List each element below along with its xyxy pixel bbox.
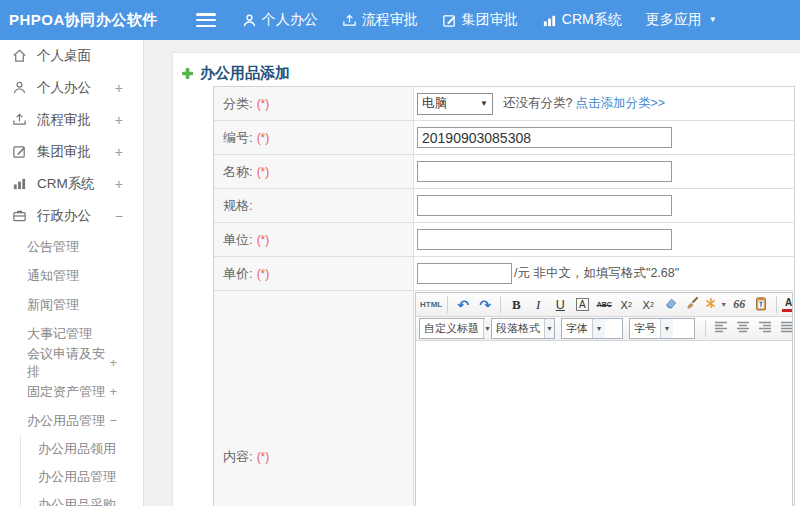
sidebar-item-supplies-claim[interactable]: 办公用品领用 — [21, 435, 143, 463]
sidebar-item-label: 流程审批 — [37, 111, 91, 129]
spec-input[interactable] — [417, 195, 672, 216]
main-panel: 办公用品添加 分类: (*) 电脑 ▼ 还没有分类? 点击添加分类>> 编号: … — [172, 52, 800, 506]
sidebar-item-meeting-request[interactable]: 会议申请及安排 + — [0, 348, 143, 377]
user-icon — [12, 80, 28, 96]
sidebar-item-workflow-approval[interactable]: 流程审批 + — [0, 104, 143, 136]
field-label-cell: 单价: (*) — [214, 257, 414, 290]
expander-minus[interactable]: − — [109, 413, 117, 428]
sidebar-item-news-mgmt[interactable]: 新闻管理 — [0, 290, 143, 319]
sidebar-item-label: 通知管理 — [27, 267, 79, 285]
toolbar-separator — [500, 296, 501, 313]
bar-chart-icon — [542, 13, 557, 28]
page-title: 办公用品添加 — [181, 64, 800, 83]
name-input[interactable] — [417, 161, 672, 182]
select-arrow-icon: ▼ — [480, 99, 492, 108]
expander-plus[interactable]: + — [109, 355, 117, 370]
plus-icon — [181, 67, 194, 80]
supplies-add-form: 分类: (*) 电脑 ▼ 还没有分类? 点击添加分类>> 编号: (*) — [213, 86, 795, 506]
topnav-personal-office[interactable]: 个人办公 — [242, 11, 318, 29]
font-family-dropdown[interactable]: 字体▼ — [561, 318, 623, 339]
unit-input[interactable] — [417, 229, 672, 250]
align-right-button[interactable] — [755, 319, 775, 339]
paste-plain-icon — [754, 296, 768, 314]
expander-plus[interactable]: + — [115, 112, 123, 128]
sidebar-item-office-supplies-mgmt[interactable]: 办公用品管理 − — [0, 406, 143, 435]
html-source-button[interactable]: HTML — [420, 295, 442, 315]
topnav-crm-system[interactable]: CRM系统 — [542, 11, 622, 29]
form-row-code: 编号: (*) — [214, 121, 794, 155]
italic-button[interactable]: I — [528, 295, 548, 315]
form-row-content: 内容: (*) HTML ↶ ↷ B I U A — [214, 291, 794, 506]
edit-icon — [442, 13, 457, 28]
sidebar-item-announcement-mgmt[interactable]: 公告管理 — [0, 232, 143, 261]
topnav-more-apps[interactable]: 更多应用 ▼ — [646, 11, 717, 29]
admin-office-submenu: 公告管理 通知管理 新闻管理 大事记管理 会议申请及安排 + 固定资产管理 + … — [0, 232, 143, 506]
sidebar-item-supplies-purchase[interactable]: 办公用品采购 — [21, 491, 143, 506]
font-size-dropdown[interactable]: 字号▼ — [629, 318, 695, 339]
form-row-name: 名称: (*) — [214, 155, 794, 189]
field-value-cell — [414, 189, 794, 222]
align-left-button[interactable] — [711, 319, 731, 339]
paragraph-format-dropdown[interactable]: 段落格式▼ — [491, 318, 555, 339]
format-brush-icon — [685, 296, 700, 313]
dropdown-label: 字体 — [562, 319, 592, 338]
expander-plus[interactable]: + — [115, 144, 123, 160]
required-marker: (*) — [257, 97, 270, 111]
superscript-button[interactable]: X2 — [616, 295, 636, 315]
sidebar-item-admin-office[interactable]: 行政办公 − — [0, 200, 143, 232]
undo-button[interactable]: ↶ — [453, 295, 473, 315]
subscript-button[interactable]: X2 — [638, 295, 658, 315]
align-center-icon — [736, 321, 750, 336]
strikethrough-button[interactable]: ABC — [594, 295, 614, 315]
format-brush-button[interactable] — [682, 295, 702, 315]
sidebar-item-notice-mgmt[interactable]: 通知管理 — [0, 261, 143, 290]
briefcase-icon — [12, 208, 28, 224]
caret-down-icon: ▼ — [483, 319, 491, 338]
sidebar-item-label: CRM系统 — [37, 175, 95, 193]
add-category-link[interactable]: 点击添加分类>> — [575, 95, 665, 112]
editor-toolbar-row2: 自定义标题▼ 段落格式▼ 字体▼ 字号▼ — [416, 317, 792, 341]
sidebar-item-supplies-manage[interactable]: 办公用品管理 — [21, 463, 143, 491]
expander-plus[interactable]: + — [115, 80, 123, 96]
sidebar-item-group-approval[interactable]: 集团审批 + — [0, 136, 143, 168]
bar-chart-icon — [12, 176, 28, 192]
sidebar-item-fixed-assets-mgmt[interactable]: 固定资产管理 + — [0, 377, 143, 406]
field-label-cell: 单位: (*) — [214, 223, 414, 256]
sidebar-item-crm-system[interactable]: CRM系统 + — [0, 168, 143, 200]
topnav-group-approval[interactable]: 集团审批 — [442, 11, 518, 29]
align-justify-button[interactable] — [777, 319, 792, 339]
required-marker: (*) — [257, 165, 270, 179]
hamburger-icon[interactable] — [196, 13, 216, 27]
field-label-cell: 规格: — [214, 189, 414, 222]
expander-plus[interactable]: + — [109, 384, 117, 399]
underline-button[interactable]: U — [550, 295, 570, 315]
page-title-text: 办公用品添加 — [200, 64, 290, 83]
code-input[interactable] — [417, 127, 672, 148]
price-input[interactable] — [417, 263, 512, 284]
align-right-icon — [758, 321, 772, 336]
sidebar-item-personal-office[interactable]: 个人办公 + — [0, 72, 143, 104]
bold-button[interactable]: B — [506, 295, 526, 315]
rich-text-editor: HTML ↶ ↷ B I U A ABC X2 X2 ▼ — [415, 292, 793, 506]
form-row-spec: 规格: — [214, 189, 794, 223]
font-color-button[interactable]: A▼ — [782, 295, 792, 315]
eraser-button[interactable] — [660, 295, 680, 315]
align-center-button[interactable] — [733, 319, 753, 339]
font-border-button[interactable]: A — [572, 295, 592, 315]
expander-minus[interactable]: − — [115, 208, 123, 224]
sidebar-item-personal-desktop[interactable]: 个人桌面 — [0, 40, 143, 72]
topnav-workflow-approval[interactable]: 流程审批 — [342, 11, 418, 29]
auto-typeset-button[interactable]: ▼ — [704, 295, 727, 315]
sup-mark: 2 — [628, 301, 632, 308]
expander-plus[interactable]: + — [115, 176, 123, 192]
redo-button[interactable]: ↷ — [475, 295, 495, 315]
topnav-label: 集团审批 — [462, 11, 518, 29]
editor-content-area[interactable] — [416, 341, 792, 506]
office-supplies-submenu: 办公用品领用 办公用品管理 办公用品采购 — [20, 435, 143, 506]
custom-title-dropdown[interactable]: 自定义标题▼ — [419, 318, 485, 339]
edit-icon — [12, 144, 28, 160]
blockquote-button[interactable]: 66 — [729, 295, 749, 315]
paste-plain-button[interactable] — [751, 295, 771, 315]
category-select[interactable]: 电脑 ▼ — [417, 93, 493, 115]
sub-base: X — [643, 299, 650, 311]
